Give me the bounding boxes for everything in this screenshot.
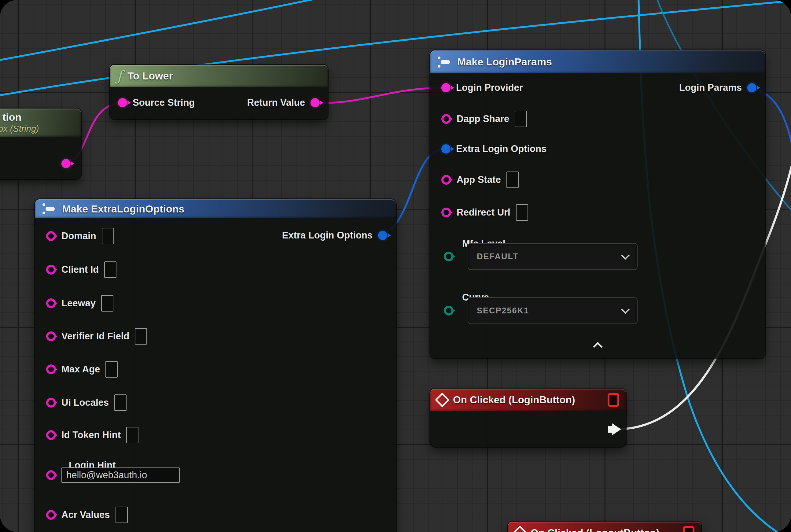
pin-label: Domain	[61, 230, 96, 242]
struct-output-pin[interactable]	[747, 83, 756, 92]
pin-label: Return Value	[247, 97, 305, 108]
node-partial-function[interactable]: tion ox (String)	[0, 109, 81, 179]
node-to-lower[interactable]: ƒ To Lower Source String Return Value	[110, 65, 328, 119]
event-binding-icon[interactable]	[607, 393, 619, 407]
string-input-pin[interactable]	[441, 175, 451, 185]
string-input-pin[interactable]	[46, 331, 56, 341]
mfa-level-value: DEFAULT	[477, 252, 519, 261]
struct-input-pin[interactable]	[441, 144, 450, 153]
pin-row-extra-login-options-out: Extra Login Options	[282, 227, 387, 244]
pin-row-ui-locales: Ui Locales	[46, 394, 127, 411]
id-token-hint-value-input[interactable]	[126, 427, 138, 443]
node-subtitle: ox (String)	[0, 124, 39, 134]
function-f-icon: ƒ	[117, 69, 122, 83]
pin-row-verifier-id-field: Verifier Id Field	[46, 328, 147, 345]
pin-label: App State	[457, 174, 501, 185]
node-on-clicked-logoutbutton[interactable]: On Clicked (LogoutButton)	[508, 521, 701, 532]
pin-row-id-token-hint: Id Token Hint	[46, 426, 138, 444]
node-on-clicked-loginbutton[interactable]: On Clicked (LoginButton)	[430, 388, 626, 447]
pin-row-leeway: Leeway	[46, 295, 113, 312]
make-struct-icon	[437, 56, 452, 68]
node-on-clicked-logoutbutton-header[interactable]: On Clicked (LogoutButton)	[508, 521, 701, 532]
event-binding-icon[interactable]	[683, 526, 694, 532]
pin-label: Redirect Url	[457, 207, 510, 218]
string-input-pin[interactable]	[441, 83, 450, 92]
exec-output-pin[interactable]	[608, 423, 621, 435]
node-title: On Clicked (LoginButton)	[453, 394, 575, 406]
node-partial-header[interactable]: tion ox (String)	[0, 109, 81, 137]
pin-row-dapp-share: Dapp Share	[441, 110, 527, 128]
pin-label: Max Age	[61, 364, 100, 375]
curve-dropdown[interactable]: SECP256K1	[468, 297, 638, 324]
chevron-down-icon	[621, 251, 630, 260]
pin-label: Extra Login Options	[282, 230, 372, 241]
app-state-value-input[interactable]	[506, 172, 519, 188]
string-input-pin[interactable]	[46, 398, 56, 407]
node-make-extraloginoptions-header[interactable]: Make ExtraLoginOptions	[35, 200, 396, 218]
struct-output-pin[interactable]	[378, 231, 387, 240]
pin-label: Source String	[133, 97, 195, 108]
exec-pin-stub	[608, 426, 612, 433]
domain-value-input[interactable]	[102, 228, 114, 244]
node-to-lower-header[interactable]: ƒ To Lower	[110, 65, 328, 87]
pin-label: Login Provider	[456, 82, 523, 93]
mfa-level-dropdown[interactable]: DEFAULT	[468, 243, 638, 270]
string-output-pin[interactable]	[310, 98, 320, 107]
pin-row-extra-login-options-in: Extra Login Options	[441, 140, 546, 157]
string-input-pin[interactable]	[46, 265, 56, 274]
string-input-pin[interactable]	[46, 510, 56, 520]
string-input-pin[interactable]	[441, 114, 451, 124]
pin-row-login-params-out: Login Params	[679, 79, 756, 96]
max-age-value-input[interactable]	[105, 361, 118, 378]
pin-label: Ui Locales	[61, 397, 109, 408]
pin-row-domain: Domain	[46, 227, 114, 245]
wire-string-tolower-to-loginprovider[interactable]	[310, 88, 444, 103]
pin-row-max-age: Max Age	[46, 361, 118, 378]
pin-label: Leeway	[61, 298, 96, 309]
node-make-loginparams-header[interactable]: Make LoginParams	[430, 51, 765, 73]
string-input-pin[interactable]	[46, 470, 56, 480]
pin-row-source-string: Source String	[118, 94, 195, 111]
redirect-url-value-input[interactable]	[516, 204, 528, 221]
chevron-down-icon	[621, 305, 630, 314]
pin-label: Verifier Id Field	[61, 331, 129, 342]
pin-label: Dapp Share	[457, 113, 509, 125]
string-output-pin[interactable]	[61, 159, 71, 168]
collapse-node-chevron-icon[interactable]	[593, 342, 602, 351]
exec-pin-arrow-icon	[612, 423, 621, 435]
event-diamond-icon	[513, 526, 527, 532]
pin-label: Acr Values	[61, 509, 110, 520]
pin-label: Login Params	[679, 82, 742, 93]
node-title: To Lower	[128, 70, 173, 82]
ui-locales-value-input[interactable]	[114, 394, 127, 411]
client-id-value-input[interactable]	[104, 261, 116, 278]
node-make-extraloginoptions[interactable]: Make ExtraLoginOptions Extra Login Optio…	[35, 200, 396, 532]
string-input-pin[interactable]	[46, 364, 56, 374]
wire-cyan-topleft[interactable]	[0, 0, 332, 61]
make-struct-icon	[42, 203, 57, 215]
node-title: On Clicked (LogoutButton)	[530, 527, 660, 532]
string-input-pin[interactable]	[46, 231, 56, 241]
blueprint-graph-canvas[interactable]: tion ox (String) ƒ To Lower Source Strin…	[0, 0, 791, 532]
string-input-pin[interactable]	[118, 98, 127, 107]
enum-input-pin[interactable]	[444, 306, 454, 316]
dapp-share-value-input[interactable]	[515, 111, 527, 127]
node-on-clicked-loginbutton-header[interactable]: On Clicked (LoginButton)	[430, 388, 626, 411]
acr-values-value-input[interactable]	[116, 507, 128, 523]
pin-row-acr-values: Acr Values	[46, 506, 128, 524]
leeway-value-input[interactable]	[101, 295, 113, 311]
pin-row-return-value	[56, 155, 71, 172]
node-title: tion	[2, 111, 21, 123]
node-make-loginparams[interactable]: Make LoginParams Login Provider Login Pa…	[430, 51, 765, 358]
pin-row-login-hint: hello@web3auth.io	[46, 467, 180, 484]
pin-row-redirect-url: Redirect Url	[441, 204, 528, 221]
pin-label: Client Id	[61, 264, 99, 275]
verifier-id-field-value-input[interactable]	[135, 328, 147, 345]
login-hint-value-input[interactable]: hello@web3auth.io	[61, 468, 180, 483]
enum-input-pin[interactable]	[444, 252, 454, 261]
string-input-pin[interactable]	[46, 430, 56, 440]
pin-row-app-state: App State	[441, 171, 519, 188]
string-input-pin[interactable]	[46, 299, 56, 308]
pin-row-client-id: Client Id	[46, 261, 116, 278]
string-input-pin[interactable]	[441, 208, 451, 217]
